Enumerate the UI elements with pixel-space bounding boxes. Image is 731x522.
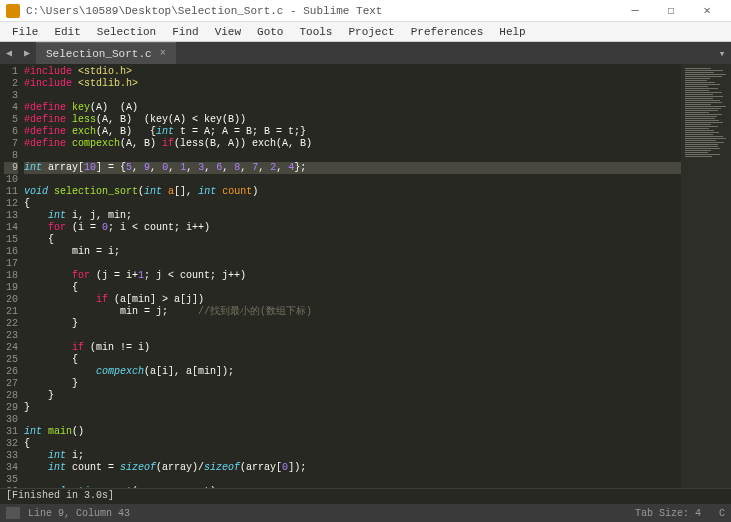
tab-overflow-icon[interactable]: ▾ [713, 42, 731, 64]
line-number[interactable]: 18 [4, 270, 18, 282]
line-number[interactable]: 20 [4, 294, 18, 306]
line-number[interactable]: 12 [4, 198, 18, 210]
code-line[interactable]: for (i = 0; i < count; i++) [24, 222, 681, 234]
line-number[interactable]: 10 [4, 174, 18, 186]
code-line[interactable]: for (j = i+1; j < count; j++) [24, 270, 681, 282]
status-tab-size[interactable]: Tab Size: 4 [635, 508, 701, 519]
code-line[interactable]: } [24, 390, 681, 402]
code-line[interactable]: { [24, 438, 681, 450]
code-editor[interactable]: #include <stdio.h>#include <stdlib.h> #d… [24, 64, 681, 488]
line-number[interactable]: 29 [4, 402, 18, 414]
tab-file[interactable]: Selection_Sort.c × [36, 42, 176, 64]
code-line[interactable]: #include <stdlib.h> [24, 78, 681, 90]
code-line[interactable]: } [24, 402, 681, 414]
menu-help[interactable]: Help [491, 24, 533, 40]
line-number[interactable]: 22 [4, 318, 18, 330]
code-line[interactable] [24, 150, 681, 162]
menu-file[interactable]: File [4, 24, 46, 40]
maximize-button[interactable]: ☐ [653, 3, 689, 18]
code-line[interactable]: #include <stdio.h> [24, 66, 681, 78]
line-number-gutter[interactable]: 1234567891011121314151617181920212223242… [0, 64, 24, 488]
code-line[interactable]: void selection_sort(int a[], int count) [24, 186, 681, 198]
line-number[interactable]: 32 [4, 438, 18, 450]
code-line[interactable] [24, 414, 681, 426]
minimap[interactable] [681, 64, 731, 488]
code-line[interactable]: #define key(A) (A) [24, 102, 681, 114]
title-bar[interactable]: C:\Users\10589\Desktop\Selection_Sort.c … [0, 0, 731, 22]
code-line[interactable]: min = j; //找到最小的(数组下标) [24, 306, 681, 318]
tab-bar: ◀ ▶ Selection_Sort.c × ▾ [0, 42, 731, 64]
line-number[interactable]: 36 [4, 486, 18, 488]
line-number[interactable]: 27 [4, 378, 18, 390]
menu-find[interactable]: Find [164, 24, 206, 40]
menu-project[interactable]: Project [340, 24, 402, 40]
code-line[interactable]: if (a[min] > a[j]) [24, 294, 681, 306]
code-line[interactable]: selection_sort(array, count); [24, 486, 681, 488]
code-line[interactable]: int array[10] = {5, 9, 0, 1, 3, 6, 8, 7,… [24, 162, 681, 174]
code-line[interactable]: { [24, 354, 681, 366]
line-number[interactable]: 2 [4, 78, 18, 90]
line-number[interactable]: 8 [4, 150, 18, 162]
line-number[interactable]: 24 [4, 342, 18, 354]
code-line[interactable] [24, 474, 681, 486]
code-line[interactable] [24, 258, 681, 270]
code-line[interactable]: } [24, 378, 681, 390]
line-number[interactable]: 4 [4, 102, 18, 114]
menu-tools[interactable]: Tools [291, 24, 340, 40]
close-button[interactable]: ✕ [689, 3, 725, 18]
line-number[interactable]: 28 [4, 390, 18, 402]
code-line[interactable]: int count = sizeof(array)/sizeof(array[0… [24, 462, 681, 474]
code-line[interactable]: #define less(A, B) (key(A) < key(B)) [24, 114, 681, 126]
code-line[interactable]: min = i; [24, 246, 681, 258]
code-line[interactable]: { [24, 234, 681, 246]
code-line[interactable]: } [24, 318, 681, 330]
code-line[interactable]: { [24, 282, 681, 294]
line-number[interactable]: 16 [4, 246, 18, 258]
line-number[interactable]: 35 [4, 474, 18, 486]
menu-preferences[interactable]: Preferences [403, 24, 492, 40]
code-line[interactable]: #define exch(A, B) {int t = A; A = B; B … [24, 126, 681, 138]
line-number[interactable]: 15 [4, 234, 18, 246]
line-number[interactable]: 7 [4, 138, 18, 150]
line-number[interactable]: 14 [4, 222, 18, 234]
menu-view[interactable]: View [207, 24, 249, 40]
status-position[interactable]: Line 9, Column 43 [28, 508, 130, 519]
code-line[interactable]: compexch(a[i], a[min]); [24, 366, 681, 378]
line-number[interactable]: 33 [4, 450, 18, 462]
code-line[interactable]: int i; [24, 450, 681, 462]
status-syntax[interactable]: C [719, 508, 725, 519]
menu-selection[interactable]: Selection [89, 24, 164, 40]
line-number[interactable]: 13 [4, 210, 18, 222]
line-number[interactable]: 31 [4, 426, 18, 438]
code-line[interactable]: #define compexch(A, B) if(less(B, A)) ex… [24, 138, 681, 150]
line-number[interactable]: 34 [4, 462, 18, 474]
tab-nav-left-icon[interactable]: ◀ [0, 42, 18, 64]
code-line[interactable]: { [24, 198, 681, 210]
line-number[interactable]: 3 [4, 90, 18, 102]
code-line[interactable] [24, 330, 681, 342]
build-output-panel[interactable]: [Finished in 3.0s] [0, 488, 731, 504]
menu-edit[interactable]: Edit [46, 24, 88, 40]
line-number[interactable]: 23 [4, 330, 18, 342]
line-number[interactable]: 6 [4, 126, 18, 138]
line-number[interactable]: 5 [4, 114, 18, 126]
line-number[interactable]: 9 [4, 162, 18, 174]
line-number[interactable]: 25 [4, 354, 18, 366]
line-number[interactable]: 30 [4, 414, 18, 426]
line-number[interactable]: 11 [4, 186, 18, 198]
code-line[interactable]: int i, j, min; [24, 210, 681, 222]
line-number[interactable]: 1 [4, 66, 18, 78]
code-line[interactable]: if (min != i) [24, 342, 681, 354]
line-number[interactable]: 21 [4, 306, 18, 318]
line-number[interactable]: 19 [4, 282, 18, 294]
line-number[interactable]: 17 [4, 258, 18, 270]
code-line[interactable]: int main() [24, 426, 681, 438]
code-line[interactable] [24, 90, 681, 102]
tab-nav-right-icon[interactable]: ▶ [18, 42, 36, 64]
code-line[interactable] [24, 174, 681, 186]
line-number[interactable]: 26 [4, 366, 18, 378]
status-icon[interactable] [6, 507, 20, 519]
tab-close-icon[interactable]: × [160, 48, 166, 59]
menu-goto[interactable]: Goto [249, 24, 291, 40]
minimize-button[interactable]: — [617, 4, 653, 18]
